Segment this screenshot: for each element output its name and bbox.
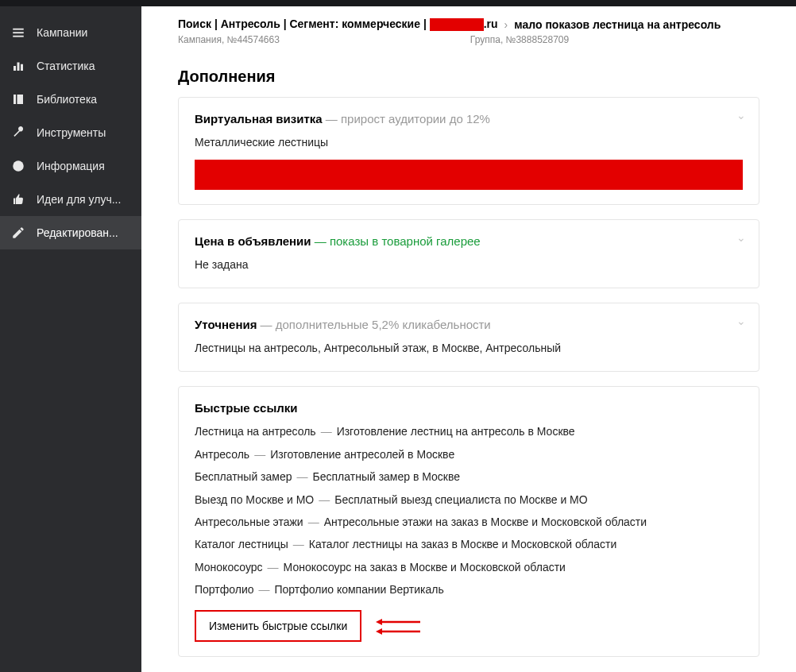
- menu-icon: [11, 25, 25, 40]
- sitelink-desc: Изготовление антресолей в Москве: [270, 446, 454, 463]
- sidebar-item-stats[interactable]: Статистика: [0, 49, 141, 83]
- card-title: Цена в объявлении — показы в товарной га…: [195, 234, 743, 248]
- svg-rect-7: [17, 95, 24, 104]
- sitelink-row: Выезд по Москве и МО — Бесплатный выезд …: [195, 491, 743, 508]
- sitelink-name: Каталог лестницы: [195, 535, 288, 553]
- chevron-right-icon: ›: [504, 18, 508, 31]
- sidebar-item-label: Инструменты: [37, 126, 106, 139]
- sidebar-item-library[interactable]: Библиотека: [0, 83, 141, 116]
- sidebar-item-ideas[interactable]: Идеи для улуч...: [0, 183, 141, 216]
- section-title: Дополнения: [178, 68, 759, 86]
- sitelink-row: Портфолио — Портфолио компании Вертикаль: [195, 581, 743, 598]
- dash: —: [259, 581, 270, 598]
- sitelink-row: Монокосоурс — Монокосоурс на заказ в Мос…: [195, 558, 743, 576]
- svg-marker-10: [376, 619, 382, 625]
- sidebar-item-label: Информация: [37, 160, 105, 172]
- svg-marker-12: [376, 628, 382, 635]
- thumbs-up-icon: [11, 192, 25, 207]
- card-title: Быстрые ссылки: [195, 401, 743, 415]
- svg-point-8: [13, 160, 24, 172]
- wrench-icon: [11, 126, 25, 140]
- sitelink-name: Выезд по Москве и МО: [195, 491, 314, 508]
- chevron-down-icon[interactable]: ⌄: [736, 231, 746, 244]
- svg-rect-1: [13, 32, 24, 33]
- card-body: Не задана: [195, 256, 743, 273]
- edit-sitelinks-button[interactable]: Изменить быстрые ссылки: [195, 610, 361, 642]
- redacted-block: [195, 160, 743, 190]
- sidebar-item-label: Идеи для улуч...: [37, 193, 121, 206]
- dash: —: [308, 513, 319, 531]
- card-sitelinks: Быстрые ссылки Лестница на антресоль — И…: [178, 386, 759, 656]
- sidebar-item-label: Кампании: [37, 26, 87, 39]
- sitelink-row: Антресольные этажи — Антресольные этажи …: [195, 513, 743, 531]
- sitelink-desc: Каталог лестницы на заказ в Москве и Мос…: [309, 535, 616, 553]
- sitelink-row: Бесплатный замер — Бесплатный замер в Мо…: [195, 468, 743, 485]
- sitelink-row: Лестница на антресоль — Изготовление лес…: [195, 423, 743, 440]
- chevron-down-icon[interactable]: ⌄: [736, 109, 746, 122]
- card-body: Металлические лестницы: [195, 133, 743, 151]
- sitelink-desc: Бесплатный замер в Москве: [313, 468, 461, 485]
- chevron-down-icon[interactable]: ⌄: [736, 315, 746, 327]
- topbar: [0, 0, 796, 6]
- sitelink-row: Каталог лестницы — Каталог лестницы на з…: [195, 535, 743, 553]
- card-body: Лестницы на антресоль, Антресольный этаж…: [195, 339, 743, 357]
- sitelink-name: Портфолио: [195, 581, 254, 598]
- arrow-annotation: [376, 619, 420, 635]
- sidebar-item-edit[interactable]: Редактирован...: [0, 216, 141, 249]
- pencil-icon: [11, 226, 25, 240]
- breadcrumb-campaign[interactable]: Поиск | Антресоль | Сегмент: коммерчески…: [178, 17, 498, 31]
- redacted-block: [430, 18, 484, 31]
- sitelink-desc: Антресольные этажи на заказ в Москве и М…: [324, 513, 647, 531]
- dash: —: [297, 468, 308, 485]
- sidebar-item-info[interactable]: Информация: [0, 149, 141, 183]
- card-price[interactable]: ⌄ Цена в объявлении — показы в товарной …: [178, 219, 759, 288]
- bar-chart-icon: [11, 59, 25, 73]
- card-body: Лестница на антресоль — Изготовление лес…: [195, 423, 743, 598]
- sidebar-item-label: Библиотека: [37, 93, 97, 106]
- dash: —: [254, 446, 265, 463]
- campaign-id: Кампания, №44574663: [178, 34, 280, 45]
- card-virtual-card[interactable]: ⌄ Виртуальная визитка — прирост аудитори…: [178, 97, 759, 204]
- breadcrumb: Поиск | Антресоль | Сегмент: коммерчески…: [141, 6, 796, 34]
- sitelink-name: Монокосоурс: [195, 558, 263, 576]
- sidebar-item-tools[interactable]: Инструменты: [0, 116, 141, 149]
- svg-rect-6: [14, 95, 16, 104]
- sitelink-desc: Портфолио компании Вертикаль: [275, 581, 444, 598]
- card-title: Уточнения — дополнительные 5,2% кликабел…: [195, 318, 743, 331]
- card-callouts[interactable]: ⌄ Уточнения — дополнительные 5,2% кликаб…: [178, 303, 759, 372]
- sidebar: Кампании Статистика Библиотека Инструмен…: [0, 6, 141, 672]
- sitelink-desc: Монокосоурс на заказ в Москве и Московск…: [284, 558, 566, 576]
- card-title: Виртуальная визитка — прирост аудитории …: [195, 112, 743, 126]
- sitelink-name: Бесплатный замер: [195, 468, 292, 485]
- breadcrumb-group[interactable]: мало показов лестница на антресоль: [514, 18, 721, 31]
- svg-rect-0: [13, 29, 24, 30]
- dash: —: [268, 558, 279, 576]
- svg-rect-4: [17, 63, 20, 71]
- sitelink-row: Антресоль — Изготовление антресолей в Мо…: [195, 446, 743, 463]
- breadcrumb-sub: Кампания, №44574663 Группа, №3888528709: [141, 34, 796, 53]
- group-id: Группа, №3888528709: [470, 34, 569, 45]
- sidebar-item-campaigns[interactable]: Кампании: [0, 16, 141, 49]
- sitelink-desc: Изготовление лестниц на антресоль в Моск…: [337, 423, 575, 440]
- svg-rect-2: [13, 36, 24, 37]
- dash: —: [321, 423, 332, 440]
- sidebar-item-label: Редактирован...: [37, 226, 118, 239]
- info-icon: [11, 159, 25, 173]
- sidebar-item-label: Статистика: [37, 60, 95, 72]
- library-icon: [11, 92, 25, 106]
- dash: —: [293, 535, 304, 553]
- sitelink-desc: Бесплатный выезд специалиста по Москве и…: [334, 491, 587, 508]
- svg-rect-5: [21, 64, 23, 71]
- sitelink-name: Антресольные этажи: [195, 513, 303, 531]
- sitelink-name: Антресоль: [195, 446, 249, 463]
- dash: —: [319, 491, 330, 508]
- svg-rect-3: [14, 66, 16, 71]
- sitelink-name: Лестница на антресоль: [195, 423, 316, 440]
- main-content: Поиск | Антресоль | Сегмент: коммерчески…: [141, 6, 796, 672]
